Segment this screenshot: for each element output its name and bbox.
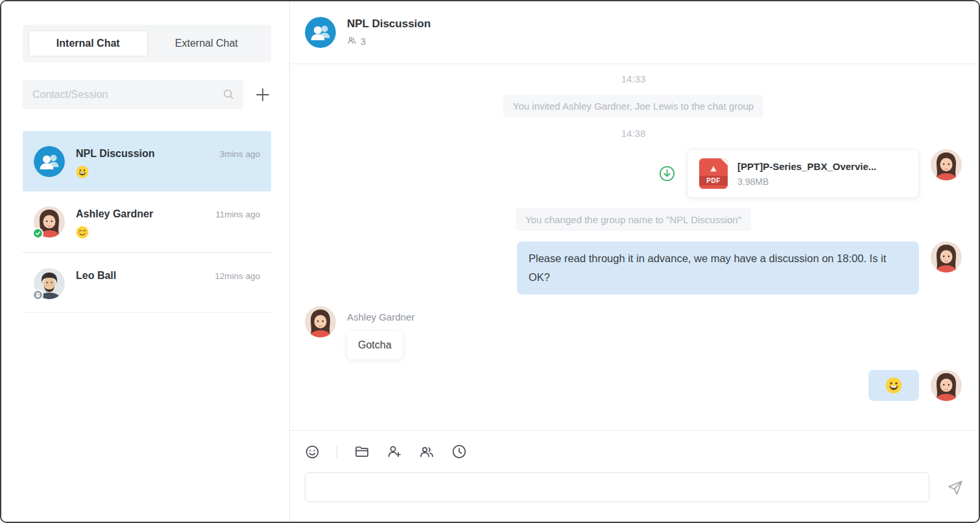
status-badge-online: [32, 228, 43, 239]
composer: [290, 430, 979, 522]
group-avatar[interactable]: [305, 17, 336, 48]
outgoing-message-row: Please read through it in advance, we ma…: [305, 241, 962, 295]
conversation-panel: NPL Discussion 3 14:33 You invited Ashle…: [290, 1, 979, 522]
composer-toolbar: [305, 441, 964, 463]
timestamp: 14:33: [305, 73, 962, 84]
member-count-row[interactable]: 3: [347, 36, 431, 48]
send-button[interactable]: [946, 479, 964, 496]
file-message-row: PDF [PPT]P-Series_PBX_Overvie... 3.98MB: [305, 149, 962, 198]
members-icon: [347, 36, 357, 48]
system-message: You changed the group name to "NPL Discu…: [516, 208, 751, 231]
file-size: 3.98MB: [737, 176, 907, 187]
sender-avatar: [305, 306, 336, 337]
chat-list-item-ashley-gardner[interactable]: Ashley Gardner 11mins ago: [23, 191, 271, 252]
sender-avatar: [931, 149, 962, 180]
add-chat-button[interactable]: [254, 86, 271, 103]
chat-app-window: Internal Chat External Chat: [0, 0, 980, 523]
chat-name: Leo Ball: [76, 270, 116, 282]
file-attachment-card[interactable]: PDF [PPT]P-Series_PBX_Overvie... 3.98MB: [687, 149, 919, 198]
sender-avatar: [931, 241, 962, 273]
chat-name: NPL Discussion: [76, 148, 155, 160]
search-input[interactable]: [23, 80, 243, 109]
sender-name: Ashley Gardner: [347, 311, 414, 322]
file-name: [PPT]P-Series_PBX_Overvie...: [737, 161, 907, 172]
conversation-header: NPL Discussion 3: [290, 1, 979, 64]
download-icon[interactable]: [659, 165, 675, 182]
tab-external-chat[interactable]: External Chat: [148, 30, 266, 56]
pdf-file-icon: PDF: [699, 158, 728, 189]
file-send-icon[interactable]: [354, 444, 370, 459]
message-bubble: Gotcha: [347, 331, 403, 359]
chat-list: NPL Discussion 3mins ago: [23, 131, 271, 313]
grinning-face-emoji: [885, 377, 902, 394]
member-count: 3: [361, 36, 366, 47]
add-member-icon[interactable]: [387, 444, 402, 459]
timestamp: 14:38: [305, 128, 962, 139]
sidebar: Internal Chat External Chat: [1, 1, 290, 522]
message-list: 14:33 You invited Ashley Gardner, Joe Le…: [290, 64, 979, 430]
smiling-face-emoji: [76, 226, 260, 239]
tab-internal-chat[interactable]: Internal Chat: [29, 30, 148, 56]
search-box: [23, 80, 243, 109]
emoji-picker-icon[interactable]: [305, 444, 320, 459]
chat-list-item-npl-discussion[interactable]: NPL Discussion 3mins ago: [23, 131, 271, 191]
outgoing-emoji-row: [305, 370, 962, 401]
chat-time: 12mins ago: [215, 271, 260, 281]
chat-time: 3mins ago: [220, 149, 260, 159]
sender-avatar: [931, 370, 962, 401]
incoming-message-row: Ashley Gardner Gotcha: [305, 306, 962, 359]
chat-history-icon[interactable]: [451, 444, 467, 459]
toolbar-divider: [337, 446, 337, 458]
contact-avatar: [34, 268, 65, 299]
contact-avatar: [34, 206, 65, 237]
search-icon: [222, 88, 235, 103]
chat-name: Ashley Gardner: [76, 208, 153, 220]
message-bubble: [868, 370, 919, 401]
chat-time: 11mins ago: [215, 210, 260, 219]
group-avatar: [34, 146, 65, 177]
message-input[interactable]: [305, 472, 929, 502]
status-badge-busy: [32, 289, 43, 300]
chat-list-item-leo-ball[interactable]: Leo Ball 12mins ago: [23, 252, 271, 313]
group-chat-icon[interactable]: [419, 444, 435, 459]
chat-mode-tabs: Internal Chat External Chat: [23, 25, 271, 62]
pdf-badge: PDF: [699, 176, 728, 186]
grinning-face-emoji: [76, 165, 260, 178]
system-message: You invited Ashley Gardner, Joe Lewis to…: [503, 95, 763, 117]
message-bubble: Please read through it in advance, we ma…: [517, 241, 919, 295]
conversation-title: NPL Discussion: [347, 18, 431, 30]
